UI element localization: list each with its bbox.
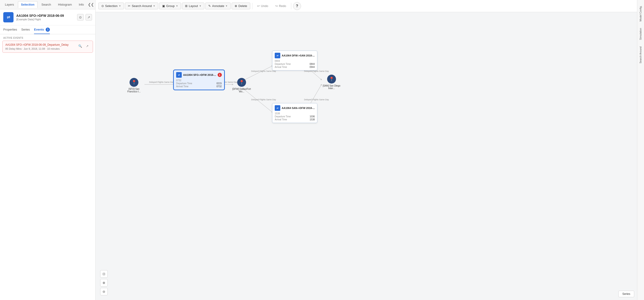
series-tab[interactable]: Series	[21, 26, 30, 34]
tab-histogram[interactable]: Histogram	[55, 1, 75, 8]
aa1064-sandfw-title: AA1064 SAN->DFW 2018-...	[282, 107, 315, 109]
selection-button[interactable]: ⊙ Selection ▼	[98, 3, 124, 9]
edge-label-sandfw-san: Delayed Flights Same Day	[304, 98, 329, 101]
aa1064-sandfw-header: ⇌ AA1064 SAN->DFW 2018-...	[275, 105, 315, 111]
aa1064-dfwsan-node[interactable]: ⇌ AA1064 DFW->SAN 2018-... 0944 Departur…	[272, 51, 317, 71]
aa1004-id: 0732	[176, 79, 222, 82]
edge-label-sfo-aa1004: Delayed Flights Same Day	[149, 81, 174, 83]
annotate-chevron: ▼	[225, 5, 228, 7]
node-actions: ⊙ ↗	[77, 14, 92, 21]
undo-label: Undo	[261, 4, 268, 8]
selection-label: Selection	[105, 4, 118, 8]
undo-icon: ↩	[257, 4, 260, 8]
left-sidebar: Layers Selection Search Histogram Info ❮…	[0, 0, 96, 300]
search-around-icon: ✂	[128, 4, 130, 8]
graph-edges	[96, 12, 637, 300]
redo-icon: ↪	[275, 4, 278, 8]
aa1064-dfwsan-departure: Departure Time 0844	[275, 63, 315, 65]
tab-layers[interactable]: Layers	[2, 1, 17, 8]
canvas[interactable]: Delayed Flights Same Day Delayed Flights…	[96, 12, 637, 300]
aa1064-dfwsan-header: ⇌ AA1064 DFW->SAN 2018-...	[275, 53, 315, 58]
help-button[interactable]: ?	[293, 2, 301, 10]
search-around-label: Search Around	[132, 4, 152, 8]
properties-tab[interactable]: Properties	[3, 26, 17, 34]
annotate-button[interactable]: ✎ Annotate ▼	[205, 3, 231, 9]
undo-button[interactable]: ↩ Undo	[254, 3, 271, 9]
group-button[interactable]: ▣ Group ▼	[159, 3, 181, 9]
events-tab[interactable]: Events 1	[34, 26, 50, 34]
event-actions: 🔍 ↗	[77, 43, 90, 49]
right-tab-model-config[interactable]: Model Config.	[638, 2, 644, 25]
selection-icon: ⊙	[101, 4, 104, 8]
node-subtitle: [Example Data] Flight	[16, 18, 74, 21]
tab-info[interactable]: Info	[76, 1, 87, 8]
sfo-icon: 📍	[130, 78, 138, 87]
aa1004-node[interactable]: ⇌ AA1004 SFO->DFW 2018-... 1 0732 Depart…	[174, 70, 224, 90]
sfo-node[interactable]: 📍 [SFO] San Francisco I...	[124, 78, 144, 93]
export-button[interactable]: ↗	[86, 14, 92, 21]
annotate-label: Annotate	[212, 4, 224, 8]
annotate-icon: ✎	[208, 4, 211, 8]
group-chevron: ▼	[176, 5, 178, 7]
right-tab-simulation[interactable]: Simulation	[638, 25, 644, 43]
search-around-chevron: ▼	[153, 5, 155, 7]
delete-label: Delete	[238, 4, 247, 8]
node-icon: ⇌	[3, 12, 14, 23]
group-label: Group	[166, 4, 174, 8]
zoom-in-button[interactable]: ⊕	[100, 279, 108, 286]
layout-button[interactable]: ⊞ Layout ▼	[182, 3, 204, 9]
layout-chevron: ▼	[199, 5, 201, 7]
delete-icon: ⊗	[235, 4, 237, 8]
toolbar-divider-2	[291, 3, 291, 9]
fit-button[interactable]: ⊡	[100, 270, 108, 277]
aa1064-sandfw-id: 1538	[275, 112, 315, 115]
open-event-button[interactable]: ↗	[84, 43, 90, 49]
aa1004-departure: Departure Time 0215	[176, 82, 222, 85]
aa1004-title: AA1004 SFO->DFW 2018-...	[183, 74, 216, 76]
series-button[interactable]: Series	[618, 291, 634, 297]
nav-tabs: Layers Selection Search Histogram Info ❮…	[0, 0, 95, 9]
search-around-button[interactable]: ✂ Search Around ▼	[125, 3, 158, 9]
redo-label: Redo	[279, 4, 286, 8]
event-meta: 85 Delay Mins · Jun 9, 2018, 11:08 · 10 …	[5, 47, 76, 50]
layout-icon: ⊞	[185, 4, 188, 8]
right-tab-search-around[interactable]: Search Around	[638, 43, 644, 67]
aa1004-badge: 1	[218, 73, 222, 77]
node-title: AA1004 SFO->DFW 2018-06-09	[16, 14, 74, 18]
aa1064-dfwsan-id: 0944	[275, 60, 315, 62]
layout-label: Layout	[189, 4, 198, 8]
aa1064-sandfw-icon: ⇌	[275, 105, 280, 111]
tab-selection[interactable]: Selection	[18, 1, 38, 8]
selection-chevron: ▼	[118, 5, 121, 7]
dfw-label: [DFW] Dallas/Fort Wo...	[231, 88, 252, 93]
dfw-icon: 📍	[237, 78, 246, 87]
redo-button[interactable]: ↪ Redo	[272, 3, 289, 9]
dfw-node[interactable]: 📍 [DFW] Dallas/Fort Wo...	[231, 78, 252, 93]
aa1064-sandfw-node[interactable]: ⇌ AA1064 SAN->DFW 2018-... 1538 Departur…	[272, 103, 317, 123]
detail-tabs: Properties Series Events 1	[0, 26, 95, 34]
aa1064-dfwsan-card: ⇌ AA1064 DFW->SAN 2018-... 0944 Departur…	[272, 51, 317, 71]
aa1064-sandfw-arrival: Arrival Time 1538	[275, 118, 315, 121]
zoom-event-button[interactable]: 🔍	[77, 43, 83, 49]
aa1064-sandfw-card: ⇌ AA1064 SAN->DFW 2018-... 1538 Departur…	[272, 103, 317, 123]
aa1064-dfwsan-icon: ⇌	[275, 53, 280, 58]
group-icon: ▣	[162, 4, 165, 8]
toolbar: ⊙ Selection ▼ ✂ Search Around ▼ ▣ Group …	[96, 0, 637, 12]
aa1004-arrival: Arrival Time 0732	[176, 85, 222, 88]
tab-search[interactable]: Search	[38, 1, 54, 8]
aa1064-dfwsan-title: AA1064 DFW->SAN 2018-...	[282, 54, 315, 57]
san-node[interactable]: 📍 [SAN] San Diego Inter...	[321, 75, 342, 90]
zoom-out-button[interactable]: ⊖	[100, 288, 108, 295]
event-title: AA1004 SFO->DFW 2018-06-09_Departure_Del…	[5, 43, 76, 47]
collapse-button[interactable]: ❮❮	[88, 2, 94, 7]
main-area: ⊙ Selection ▼ ✂ Search Around ▼ ▣ Group …	[96, 0, 637, 300]
locate-button[interactable]: ⊙	[77, 14, 84, 21]
event-card-content: AA1004 SFO->DFW 2018-06-09_Departure_Del…	[5, 43, 76, 50]
canvas-controls: ⊡ ⊕ ⊖	[100, 270, 108, 295]
delete-button[interactable]: ⊗ Delete	[232, 3, 250, 9]
node-icon-symbol: ⇌	[7, 15, 10, 20]
right-sidebar: Model Config. Simulation Search Around	[637, 0, 644, 300]
aa1004-card: ⇌ AA1004 SFO->DFW 2018-... 1 0732 Depart…	[174, 70, 224, 90]
aa1064-dfwsan-arrival: Arrival Time 0944	[275, 66, 315, 68]
san-icon: 📍	[327, 75, 336, 84]
